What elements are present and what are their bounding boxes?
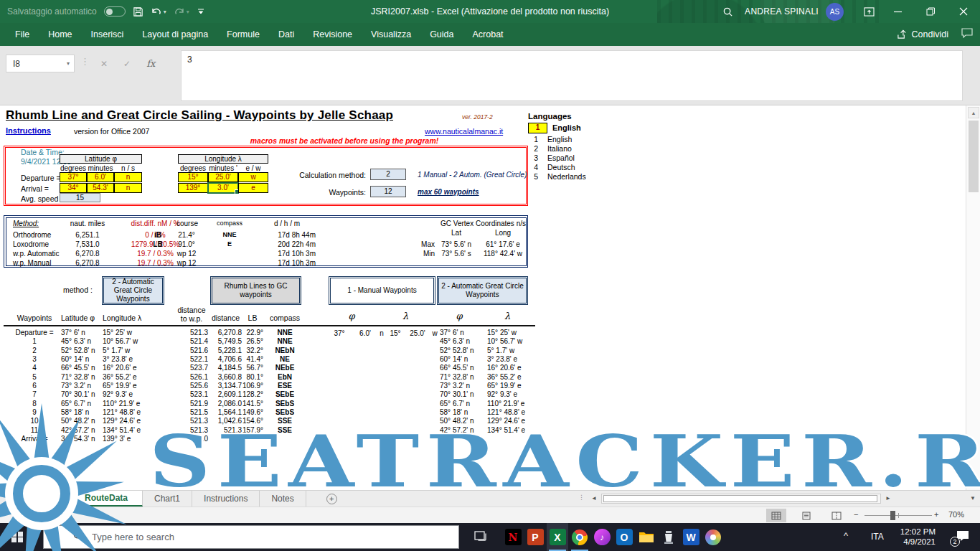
taskbar-file-explorer-icon[interactable] (636, 523, 657, 551)
rhumb-to-gc-button[interactable]: Rhumb Lines to GC waypoints (210, 276, 301, 305)
add-sheet-icon[interactable]: + (326, 494, 337, 504)
taskbar-excel-icon[interactable]: X (547, 523, 568, 551)
arr-ew-cell[interactable]: e (238, 183, 268, 193)
zoom-level[interactable]: 70% (948, 510, 964, 519)
sheet-tab-notes[interactable]: Notes (260, 491, 306, 507)
sheet-tab-chart1[interactable]: Chart1 (143, 491, 192, 507)
scroll-up-icon[interactable]: ▲ (968, 107, 979, 118)
method-row: Loxodrome 7,531.0 1279.9 / 20.5% LB 91.0… (0, 240, 538, 249)
ribbon-tab[interactable]: Guida (420, 23, 463, 46)
ribbon-tab[interactable]: Acrobat (463, 23, 512, 46)
name-box-dropdown-icon[interactable]: ▾ (67, 60, 70, 67)
next-sheet-icon[interactable]: ► (57, 494, 64, 501)
wp-latitude: 34° 54.3' n (61, 435, 104, 443)
horizontal-scroll-thumb[interactable] (603, 495, 877, 502)
confirm-entry-icon[interactable]: ✓ (123, 59, 131, 69)
comments-icon[interactable] (961, 28, 973, 41)
page-break-view-button[interactable] (826, 509, 847, 522)
taskbar-search-box[interactable] (43, 525, 459, 549)
scroll-down-icon[interactable]: ▼ (967, 494, 979, 504)
scroll-right-icon[interactable]: ► (882, 494, 894, 504)
redo-icon[interactable]: ▾ (174, 6, 189, 17)
avatar[interactable]: AS (826, 3, 844, 21)
ribbon-tab[interactable]: Layout di pagina (133, 23, 217, 46)
selected-cell[interactable]: 3.0' (208, 183, 238, 193)
prev-sheet-icon[interactable]: ◄ (42, 494, 48, 501)
sheet-tab-instructions[interactable]: Instructions (192, 491, 260, 507)
zoom-slider[interactable] (864, 515, 932, 516)
taskbar-netflix-icon[interactable]: N (502, 523, 524, 551)
save-icon[interactable] (133, 6, 143, 17)
autosave-toggle[interactable] (104, 6, 126, 17)
dep-lat-min-cell[interactable]: 6.0' (87, 172, 114, 182)
insert-function-icon[interactable]: fx (146, 58, 155, 69)
avg-speed-cell[interactable]: 15 (60, 193, 100, 202)
waypoints-cell[interactable]: 12 (370, 186, 406, 197)
auto-gc-waypoints-button-2[interactable]: 2 - Automatic Great Circle Waypoints (437, 276, 528, 305)
scroll-left-icon[interactable]: ◄ (588, 494, 600, 504)
minimize-button[interactable] (881, 0, 914, 23)
instructions-link[interactable]: Instructions (6, 126, 51, 135)
taskbar-word-icon[interactable]: W (680, 523, 702, 551)
normal-view-button[interactable] (766, 509, 786, 522)
arr-ns-cell[interactable]: n (114, 183, 142, 193)
zoom-slider-thumb[interactable] (890, 511, 895, 520)
dep-ew-cell[interactable]: w (238, 172, 268, 182)
wp-auto-phi: 37° 6' n (440, 329, 484, 337)
language-selector-cell[interactable]: 1 (528, 123, 547, 133)
ribbon-display-options-icon[interactable] (857, 0, 881, 23)
sheet-tab-routedata[interactable]: RouteData (70, 491, 143, 507)
taskbar-outlook-icon[interactable]: O (613, 523, 635, 551)
wp-lb: 157.9° (242, 426, 263, 435)
undo-icon[interactable]: ▾ (151, 6, 166, 17)
task-view-icon[interactable] (473, 529, 488, 546)
ribbon-tab[interactable]: File (6, 23, 39, 46)
taskbar-chrome-icon[interactable] (569, 523, 590, 551)
ribbon-tab[interactable]: Revisione (303, 23, 362, 46)
scrollbar-resize-handle[interactable]: ⋮ (578, 494, 585, 501)
taskbar-search-input[interactable] (92, 532, 379, 542)
redo-dropdown-icon[interactable]: ▾ (187, 9, 189, 15)
cancel-entry-icon[interactable]: ✕ (100, 59, 108, 69)
name-box[interactable]: I8 ▾ (6, 55, 75, 72)
calc-method-cell[interactable]: 2 (370, 169, 406, 180)
taskbar-paint-app-icon[interactable] (702, 523, 724, 551)
auto-gc-waypoints-button[interactable]: 2 - Automatic Great Circle Waypoints (102, 276, 164, 305)
search-icon[interactable] (713, 0, 742, 23)
formula-input[interactable]: 3 (181, 50, 963, 101)
taskbar-itunes-icon[interactable]: ♪ (591, 523, 613, 551)
vertical-scroll-thumb[interactable] (969, 121, 979, 192)
arr-lat-min-cell[interactable]: 54.3' (87, 183, 114, 193)
taskbar-clock[interactable]: 12:02 PM 4/9/2021 (881, 527, 936, 547)
account-name[interactable]: ANDREA SPINALI (745, 6, 819, 17)
ribbon-tab[interactable]: Formule (217, 23, 269, 46)
tray-expand-icon[interactable]: ^ (844, 530, 848, 541)
page-layout-view-button[interactable] (796, 509, 816, 522)
dep-lon-min-cell[interactable]: 25.0' (208, 172, 238, 182)
ribbon-tab[interactable]: Home (39, 23, 81, 46)
zoom-in-icon[interactable]: + (934, 510, 938, 519)
manual-waypoints-button[interactable]: 1 - Manual Waypoints (329, 276, 435, 305)
ribbon-tab[interactable]: Dati (269, 23, 303, 46)
undo-dropdown-icon[interactable]: ▾ (164, 9, 166, 15)
taskbar-powerpoint-icon[interactable]: P (524, 523, 546, 551)
ribbon-tab[interactable]: Inserisci (82, 23, 133, 46)
close-button[interactable] (947, 0, 980, 23)
dep-ns-cell[interactable]: n (114, 172, 142, 182)
dep-lat-deg-cell[interactable]: 37° (60, 172, 87, 182)
arr-lon-deg-cell[interactable]: 139° (178, 183, 208, 193)
start-button[interactable] (0, 523, 34, 551)
action-center-icon[interactable]: 2 (956, 529, 970, 545)
arr-lat-deg-cell[interactable]: 34° (60, 183, 87, 193)
taskbar-blender-app-icon[interactable] (658, 523, 679, 551)
dep-lon-deg-cell[interactable]: 15° (178, 172, 208, 182)
method-row: w.p. Manual 6,270.8 19.7 / 0.3% wp 12 17… (0, 258, 538, 268)
ribbon-tab[interactable]: Visualizza (362, 23, 420, 46)
website-link[interactable]: www.nauticalalmanac.it (425, 127, 503, 136)
customize-qat-icon[interactable] (197, 7, 205, 16)
zoom-out-icon[interactable]: − (854, 510, 858, 519)
restore-button[interactable] (914, 0, 947, 23)
vertical-scrollbar[interactable]: ▲ (966, 105, 980, 490)
horizontal-scrollbar[interactable] (601, 494, 881, 504)
share-button[interactable]: Condividi (897, 29, 948, 39)
